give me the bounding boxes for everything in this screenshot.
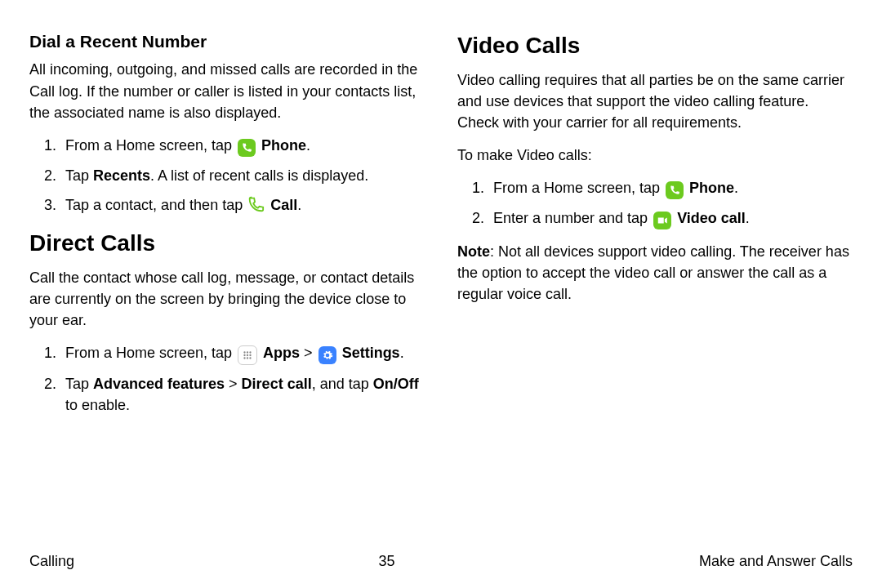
settings-icon <box>318 346 336 364</box>
footer-right: Make and Answer Calls <box>699 550 853 572</box>
svg-point-7 <box>247 357 248 359</box>
text: Tap a contact, and then tap <box>65 197 247 213</box>
footer-center: 35 <box>378 550 394 572</box>
video-calls-intro: To make Video calls: <box>457 145 853 166</box>
text: Tap <box>65 167 93 184</box>
dial-step-1: From a Home screen, tap Phone. <box>60 135 425 157</box>
direct-calls-steps: From a Home screen, tap Apps > Settings.… <box>29 342 425 416</box>
sep: > <box>300 345 317 361</box>
text: From a Home screen, tap <box>493 180 664 196</box>
text: From a Home screen, tap <box>65 137 236 154</box>
video-step-1: From a Home screen, tap Phone. <box>488 177 853 199</box>
text: Enter a number and tap <box>493 210 652 226</box>
manual-page: Dial a Recent Number All incoming, outgo… <box>0 0 882 588</box>
two-column-layout: Dial a Recent Number All incoming, outgo… <box>29 24 853 541</box>
recents-label: Recents <box>93 167 150 184</box>
footer-left: Calling <box>29 550 74 572</box>
text: From a Home screen, tap <box>65 345 236 361</box>
svg-point-6 <box>243 357 245 359</box>
text: to enable. <box>65 397 130 413</box>
svg-point-4 <box>247 354 248 356</box>
settings-label: Settings <box>342 345 400 361</box>
svg-point-8 <box>249 357 251 359</box>
call-label: Call <box>270 197 297 213</box>
text: . <box>734 180 738 196</box>
note-label: Note <box>457 243 490 260</box>
direct-step-1: From a Home screen, tap Apps > Settings. <box>60 342 425 365</box>
dial-recent-desc: All incoming, outgoing, and missed calls… <box>29 59 425 122</box>
adv-features-label: Advanced features <box>93 376 225 392</box>
call-icon <box>247 195 265 213</box>
video-calls-desc: Video calling requires that all parties … <box>457 69 853 133</box>
dial-recent-steps: From a Home screen, tap Phone. Tap Recen… <box>29 135 425 216</box>
dial-step-2: Tap Recents. A list of recent calls is d… <box>60 165 425 186</box>
phone-label: Phone <box>261 137 306 154</box>
phone-icon <box>666 181 684 199</box>
direct-step-2: Tap Advanced features > Direct call, and… <box>60 373 425 416</box>
dial-step-3: Tap a contact, and then tap Call. <box>60 194 425 216</box>
phone-label: Phone <box>689 180 734 196</box>
video-call-label: Video call <box>677 210 746 226</box>
direct-call-label: Direct call <box>242 376 312 392</box>
text: . <box>400 345 404 361</box>
svg-point-0 <box>243 351 245 353</box>
direct-calls-heading: Direct Calls <box>29 227 425 261</box>
direct-calls-desc: Call the contact whose call log, message… <box>29 267 425 331</box>
onoff-label: On/Off <box>373 376 419 392</box>
left-column: Dial a Recent Number All incoming, outgo… <box>29 24 425 541</box>
text: . <box>746 210 750 226</box>
page-footer: Calling 35 Make and Answer Calls <box>29 541 853 572</box>
apps-label: Apps <box>263 345 300 361</box>
video-calls-heading: Video Calls <box>457 29 853 63</box>
dial-recent-heading: Dial a Recent Number <box>29 29 425 54</box>
svg-point-2 <box>249 351 251 353</box>
video-calls-note: Note: Not all devices support video call… <box>457 241 853 305</box>
note-text: : Not all devices support video calling.… <box>457 243 849 302</box>
svg-point-5 <box>249 354 251 356</box>
video-calls-steps: From a Home screen, tap Phone. Enter a n… <box>457 177 853 229</box>
video-call-icon <box>653 212 671 229</box>
svg-point-3 <box>243 354 245 356</box>
svg-point-1 <box>247 351 248 353</box>
apps-icon <box>238 345 257 365</box>
text: Tap <box>65 376 93 392</box>
text: . A list of recent calls is displayed. <box>150 167 368 184</box>
text: . <box>297 197 301 213</box>
right-column: Video Calls Video calling requires that … <box>457 24 853 541</box>
video-step-2: Enter a number and tap Video call. <box>488 207 853 229</box>
text: , and tap <box>312 376 373 392</box>
sep: > <box>225 376 242 392</box>
phone-icon <box>238 139 256 157</box>
text: . <box>306 137 310 154</box>
